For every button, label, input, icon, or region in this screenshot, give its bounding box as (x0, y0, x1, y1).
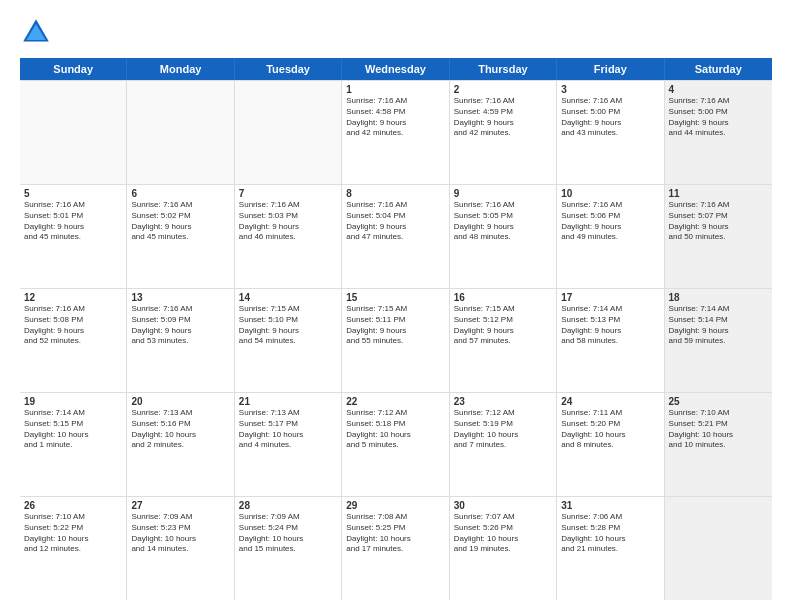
cell-text: Sunrise: 7:16 AM Sunset: 5:04 PM Dayligh… (346, 200, 444, 243)
cell-text: Sunrise: 7:09 AM Sunset: 5:24 PM Dayligh… (239, 512, 337, 555)
cal-cell-11: 11Sunrise: 7:16 AM Sunset: 5:07 PM Dayli… (665, 185, 772, 288)
cell-text: Sunrise: 7:10 AM Sunset: 5:22 PM Dayligh… (24, 512, 122, 555)
calendar-row-4: 26Sunrise: 7:10 AM Sunset: 5:22 PM Dayli… (20, 497, 772, 600)
header-day-wednesday: Wednesday (342, 58, 449, 80)
cell-text: Sunrise: 7:14 AM Sunset: 5:13 PM Dayligh… (561, 304, 659, 347)
cal-cell-16: 16Sunrise: 7:15 AM Sunset: 5:12 PM Dayli… (450, 289, 557, 392)
calendar-row-3: 19Sunrise: 7:14 AM Sunset: 5:15 PM Dayli… (20, 393, 772, 497)
cal-cell-21: 21Sunrise: 7:13 AM Sunset: 5:17 PM Dayli… (235, 393, 342, 496)
day-number: 5 (24, 188, 122, 199)
day-number: 1 (346, 84, 444, 95)
cell-text: Sunrise: 7:12 AM Sunset: 5:19 PM Dayligh… (454, 408, 552, 451)
day-number: 7 (239, 188, 337, 199)
cell-text: Sunrise: 7:08 AM Sunset: 5:25 PM Dayligh… (346, 512, 444, 555)
header-day-friday: Friday (557, 58, 664, 80)
cell-text: Sunrise: 7:15 AM Sunset: 5:10 PM Dayligh… (239, 304, 337, 347)
day-number: 8 (346, 188, 444, 199)
cell-text: Sunrise: 7:16 AM Sunset: 4:59 PM Dayligh… (454, 96, 552, 139)
cell-text: Sunrise: 7:11 AM Sunset: 5:20 PM Dayligh… (561, 408, 659, 451)
header-day-saturday: Saturday (665, 58, 772, 80)
cell-text: Sunrise: 7:06 AM Sunset: 5:28 PM Dayligh… (561, 512, 659, 555)
cal-cell-20: 20Sunrise: 7:13 AM Sunset: 5:16 PM Dayli… (127, 393, 234, 496)
header (20, 16, 772, 48)
header-day-sunday: Sunday (20, 58, 127, 80)
cell-text: Sunrise: 7:07 AM Sunset: 5:26 PM Dayligh… (454, 512, 552, 555)
calendar-row-2: 12Sunrise: 7:16 AM Sunset: 5:08 PM Dayli… (20, 289, 772, 393)
calendar: SundayMondayTuesdayWednesdayThursdayFrid… (20, 58, 772, 600)
day-number: 13 (131, 292, 229, 303)
cal-cell-3: 3Sunrise: 7:16 AM Sunset: 5:00 PM Daylig… (557, 81, 664, 184)
header-day-thursday: Thursday (450, 58, 557, 80)
cal-cell-28: 28Sunrise: 7:09 AM Sunset: 5:24 PM Dayli… (235, 497, 342, 600)
cal-cell-25: 25Sunrise: 7:10 AM Sunset: 5:21 PM Dayli… (665, 393, 772, 496)
cal-cell-empty (235, 81, 342, 184)
cal-cell-4: 4Sunrise: 7:16 AM Sunset: 5:00 PM Daylig… (665, 81, 772, 184)
page: SundayMondayTuesdayWednesdayThursdayFrid… (0, 0, 792, 612)
day-number: 29 (346, 500, 444, 511)
day-number: 21 (239, 396, 337, 407)
cal-cell-26: 26Sunrise: 7:10 AM Sunset: 5:22 PM Dayli… (20, 497, 127, 600)
cal-cell-9: 9Sunrise: 7:16 AM Sunset: 5:05 PM Daylig… (450, 185, 557, 288)
calendar-row-1: 5Sunrise: 7:16 AM Sunset: 5:01 PM Daylig… (20, 185, 772, 289)
day-number: 15 (346, 292, 444, 303)
calendar-header: SundayMondayTuesdayWednesdayThursdayFrid… (20, 58, 772, 80)
cal-cell-empty (127, 81, 234, 184)
day-number: 11 (669, 188, 768, 199)
cal-cell-1: 1Sunrise: 7:16 AM Sunset: 4:58 PM Daylig… (342, 81, 449, 184)
cell-text: Sunrise: 7:16 AM Sunset: 5:03 PM Dayligh… (239, 200, 337, 243)
cal-cell-empty (665, 497, 772, 600)
day-number: 4 (669, 84, 768, 95)
cell-text: Sunrise: 7:16 AM Sunset: 5:08 PM Dayligh… (24, 304, 122, 347)
cal-cell-30: 30Sunrise: 7:07 AM Sunset: 5:26 PM Dayli… (450, 497, 557, 600)
cal-cell-31: 31Sunrise: 7:06 AM Sunset: 5:28 PM Dayli… (557, 497, 664, 600)
header-day-tuesday: Tuesday (235, 58, 342, 80)
day-number: 27 (131, 500, 229, 511)
calendar-body: 1Sunrise: 7:16 AM Sunset: 4:58 PM Daylig… (20, 80, 772, 600)
cell-text: Sunrise: 7:14 AM Sunset: 5:14 PM Dayligh… (669, 304, 768, 347)
cal-cell-15: 15Sunrise: 7:15 AM Sunset: 5:11 PM Dayli… (342, 289, 449, 392)
day-number: 31 (561, 500, 659, 511)
day-number: 14 (239, 292, 337, 303)
day-number: 10 (561, 188, 659, 199)
cell-text: Sunrise: 7:13 AM Sunset: 5:16 PM Dayligh… (131, 408, 229, 451)
cal-cell-10: 10Sunrise: 7:16 AM Sunset: 5:06 PM Dayli… (557, 185, 664, 288)
cal-cell-27: 27Sunrise: 7:09 AM Sunset: 5:23 PM Dayli… (127, 497, 234, 600)
cell-text: Sunrise: 7:16 AM Sunset: 5:01 PM Dayligh… (24, 200, 122, 243)
cal-cell-2: 2Sunrise: 7:16 AM Sunset: 4:59 PM Daylig… (450, 81, 557, 184)
cell-text: Sunrise: 7:15 AM Sunset: 5:12 PM Dayligh… (454, 304, 552, 347)
day-number: 24 (561, 396, 659, 407)
cell-text: Sunrise: 7:12 AM Sunset: 5:18 PM Dayligh… (346, 408, 444, 451)
day-number: 26 (24, 500, 122, 511)
cal-cell-7: 7Sunrise: 7:16 AM Sunset: 5:03 PM Daylig… (235, 185, 342, 288)
cell-text: Sunrise: 7:16 AM Sunset: 5:02 PM Dayligh… (131, 200, 229, 243)
cal-cell-17: 17Sunrise: 7:14 AM Sunset: 5:13 PM Dayli… (557, 289, 664, 392)
cal-cell-18: 18Sunrise: 7:14 AM Sunset: 5:14 PM Dayli… (665, 289, 772, 392)
cal-cell-23: 23Sunrise: 7:12 AM Sunset: 5:19 PM Dayli… (450, 393, 557, 496)
day-number: 25 (669, 396, 768, 407)
header-day-monday: Monday (127, 58, 234, 80)
day-number: 12 (24, 292, 122, 303)
cell-text: Sunrise: 7:09 AM Sunset: 5:23 PM Dayligh… (131, 512, 229, 555)
cell-text: Sunrise: 7:16 AM Sunset: 5:06 PM Dayligh… (561, 200, 659, 243)
cell-text: Sunrise: 7:16 AM Sunset: 5:05 PM Dayligh… (454, 200, 552, 243)
cell-text: Sunrise: 7:16 AM Sunset: 5:00 PM Dayligh… (561, 96, 659, 139)
cal-cell-8: 8Sunrise: 7:16 AM Sunset: 5:04 PM Daylig… (342, 185, 449, 288)
cell-text: Sunrise: 7:16 AM Sunset: 5:00 PM Dayligh… (669, 96, 768, 139)
logo (20, 16, 56, 48)
cal-cell-12: 12Sunrise: 7:16 AM Sunset: 5:08 PM Dayli… (20, 289, 127, 392)
day-number: 28 (239, 500, 337, 511)
day-number: 19 (24, 396, 122, 407)
cal-cell-22: 22Sunrise: 7:12 AM Sunset: 5:18 PM Dayli… (342, 393, 449, 496)
cal-cell-13: 13Sunrise: 7:16 AM Sunset: 5:09 PM Dayli… (127, 289, 234, 392)
day-number: 23 (454, 396, 552, 407)
logo-icon (20, 16, 52, 48)
cal-cell-14: 14Sunrise: 7:15 AM Sunset: 5:10 PM Dayli… (235, 289, 342, 392)
cell-text: Sunrise: 7:14 AM Sunset: 5:15 PM Dayligh… (24, 408, 122, 451)
day-number: 16 (454, 292, 552, 303)
day-number: 20 (131, 396, 229, 407)
cal-cell-6: 6Sunrise: 7:16 AM Sunset: 5:02 PM Daylig… (127, 185, 234, 288)
day-number: 3 (561, 84, 659, 95)
day-number: 2 (454, 84, 552, 95)
day-number: 6 (131, 188, 229, 199)
day-number: 18 (669, 292, 768, 303)
